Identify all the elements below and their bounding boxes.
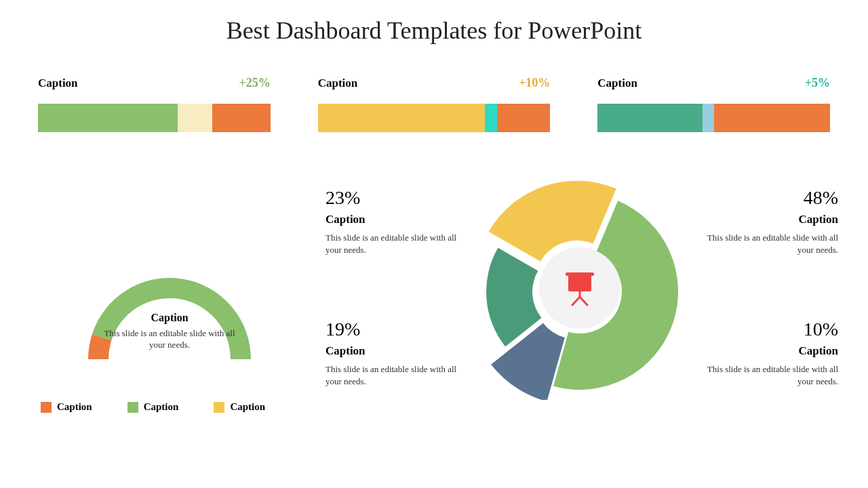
- stacked-bar: [38, 104, 271, 132]
- bar-segment: [38, 104, 178, 132]
- gauge-chart: Caption This slide is an editable slide …: [61, 258, 278, 359]
- bar-block-1: Caption+10%: [318, 76, 551, 132]
- donut-chart: [468, 176, 692, 400]
- bar-segment: [485, 104, 496, 132]
- presentation-icon: [561, 270, 598, 306]
- legend-swatch: [214, 402, 224, 413]
- donut-stat-caption: Caption: [703, 344, 838, 358]
- svg-line-3: [572, 297, 580, 305]
- donut-stat-desc: This slide is an editable slide with all…: [326, 363, 461, 387]
- donut-stat-pct: 10%: [703, 319, 838, 340]
- donut-stat: 10%CaptionThis slide is an editable slid…: [703, 319, 838, 387]
- stacked-bars-row: Caption+25%Caption+10%Caption+5%: [38, 76, 830, 132]
- bar-block-2: Caption+5%: [597, 76, 830, 132]
- bar-delta: +25%: [239, 76, 270, 90]
- svg-rect-0: [568, 275, 591, 291]
- bar-caption: Caption: [38, 77, 78, 90]
- donut-stat-pct: 48%: [703, 187, 838, 209]
- stacked-bar: [318, 104, 551, 132]
- gauge-legend: CaptionCaptionCaption: [41, 401, 265, 413]
- svg-line-4: [580, 297, 587, 305]
- bar-caption: Caption: [318, 77, 358, 90]
- donut-stat-pct: 23%: [326, 187, 461, 209]
- bar-header: Caption+25%: [38, 76, 271, 90]
- bar-segment: [714, 104, 830, 132]
- donut-stat: 19%CaptionThis slide is an editable slid…: [326, 319, 461, 387]
- bar-segment: [212, 104, 271, 132]
- donut-stat: 23%CaptionThis slide is an editable slid…: [326, 187, 461, 256]
- donut-stat-desc: This slide is an editable slide with all…: [326, 232, 461, 256]
- bar-block-0: Caption+25%: [38, 76, 271, 132]
- bar-delta: +10%: [519, 76, 550, 90]
- donut-stat-desc: This slide is an editable slide with all…: [703, 232, 838, 256]
- bar-segment: [178, 104, 212, 132]
- bar-segment: [597, 104, 702, 132]
- gauge-caption-desc: This slide is an editable slide with all…: [102, 328, 237, 351]
- donut-stat-caption: Caption: [326, 344, 461, 358]
- legend-item: Caption: [214, 401, 265, 413]
- donut-stat-pct: 19%: [326, 319, 461, 340]
- legend-swatch: [41, 402, 52, 413]
- donut-stat-desc: This slide is an editable slide with all…: [703, 363, 838, 387]
- donut-stat-caption: Caption: [703, 213, 838, 226]
- stacked-bar: [597, 104, 830, 132]
- bar-header: Caption+5%: [597, 76, 830, 90]
- legend-label: Caption: [57, 401, 92, 413]
- bar-segment: [318, 104, 486, 132]
- legend-swatch: [127, 402, 138, 413]
- bar-segment: [497, 104, 551, 132]
- bar-caption: Caption: [597, 77, 637, 90]
- bar-header: Caption+10%: [318, 76, 551, 90]
- svg-rect-1: [566, 272, 594, 276]
- donut-slice: [489, 181, 616, 262]
- donut-stat-caption: Caption: [326, 213, 461, 226]
- legend-item: Caption: [41, 401, 92, 413]
- bar-segment: [703, 104, 714, 132]
- gauge-caption-title: Caption: [61, 312, 278, 324]
- page-title: Best Dashboard Templates for PowerPoint: [0, 16, 868, 45]
- donut-stat: 48%CaptionThis slide is an editable slid…: [703, 187, 838, 256]
- donut-center: [539, 247, 620, 329]
- legend-label: Caption: [230, 401, 265, 413]
- legend-item: Caption: [127, 401, 179, 413]
- bar-delta: +5%: [805, 76, 830, 90]
- legend-label: Caption: [144, 401, 179, 413]
